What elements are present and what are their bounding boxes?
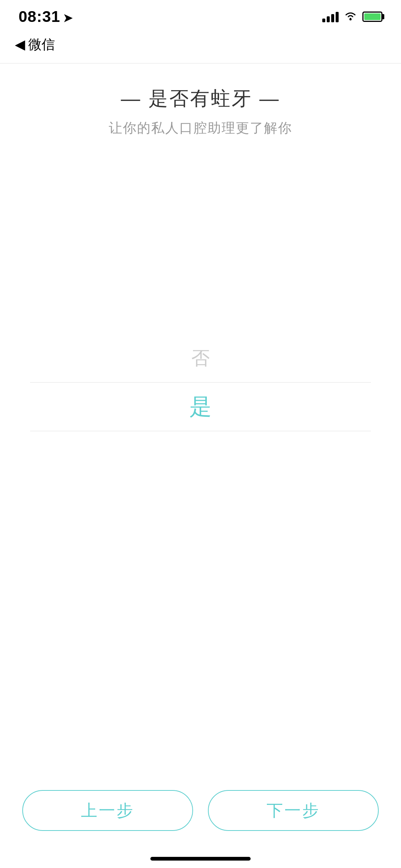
battery-icon [362,12,382,22]
wifi-icon [344,10,357,23]
page-subtitle: 让你的私人口腔助理更了解你 [15,119,386,137]
svg-point-0 [349,18,352,20]
nav-bar: ◀ 微信 [0,30,401,59]
status-icons [322,10,382,23]
page-title: — 是否有蛀牙 — [15,86,386,112]
next-button[interactable]: 下一步 [208,790,379,831]
picker-wrapper[interactable]: 否 是 [0,334,401,431]
picker-item-yes[interactable]: 是 [0,383,401,431]
back-button[interactable]: ◀ 微信 [15,36,55,54]
picker-container[interactable]: 否 是 [0,334,401,431]
back-chevron-icon: ◀ [15,37,25,52]
picker-item-no[interactable]: 否 [0,334,401,382]
picker-divider-bottom [30,431,371,431]
status-time: 08:31➤ [19,8,73,26]
prev-button[interactable]: 上一步 [22,790,193,831]
signal-icon [322,11,339,22]
home-indicator [150,857,251,861]
bottom-buttons: 上一步 下一步 [0,790,401,831]
status-bar: 08:31➤ [0,0,401,30]
location-arrow-icon: ➤ [63,12,73,24]
back-label: 微信 [28,36,55,54]
header-section: — 是否有蛀牙 — 让你的私人口腔助理更了解你 [0,63,401,152]
